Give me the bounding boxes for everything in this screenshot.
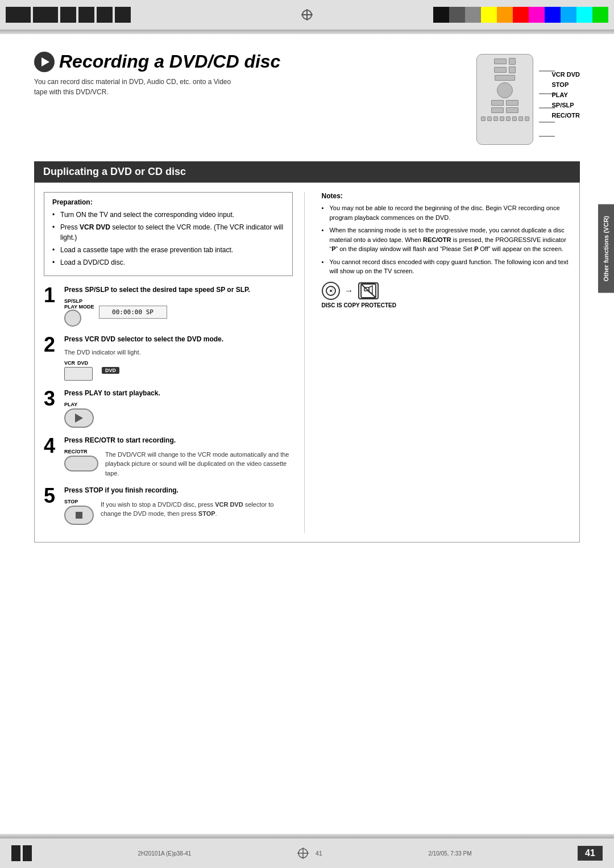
step-4-inner: REC/OTR The DVD/VCR will change to the V… (64, 449, 293, 478)
remote-btn-g (491, 107, 504, 113)
step-2-illustration: VCR DVD DVD (64, 360, 293, 381)
prep-item-3: Load a cassette tape with the erase prev… (52, 245, 284, 255)
prep-item-1: Turn ON the TV and select the correspond… (52, 210, 284, 220)
black-sq-5 (97, 7, 113, 23)
black-sq-6 (115, 7, 131, 23)
step-3-illustration: PLAY (64, 402, 293, 428)
step-5-desc: If you wish to stop a DVD/CD disc, press… (101, 500, 293, 519)
remote-btn-b (509, 58, 516, 65)
footer-crosshair-svg (297, 848, 309, 859)
stop-label: STOP (64, 499, 78, 504)
left-column: Preparation: Turn ON the TV and select t… (44, 192, 305, 533)
black-sq-3 (60, 7, 76, 23)
rec-label: REC/OTR (64, 449, 88, 454)
step-1-number: 1 (44, 285, 57, 306)
black-sq-2 (33, 7, 58, 23)
header-left-blocks (0, 0, 193, 30)
vcr-label: VCR (64, 360, 75, 366)
step-3-number: 3 (44, 389, 57, 409)
page-title: Recording a DVD/CD disc (34, 51, 466, 72)
counter-display: 00:00:00 SP (99, 306, 167, 319)
remote-row-6 (491, 107, 518, 113)
copy-protected-area: → DISC IS COPY PROTECTED (322, 282, 571, 308)
page-number-box: 41 (578, 846, 603, 861)
remote-btn-e (491, 100, 504, 106)
step-4-illustration: REC/OTR (64, 449, 98, 471)
color-sq-blue (545, 7, 561, 23)
black-sq-4 (78, 7, 94, 23)
page-subtitle: You can record disc material in DVD, Aud… (34, 77, 239, 97)
sidebar-tab-text: Other functions (VCR) (603, 216, 609, 282)
dot-1 (481, 116, 486, 121)
step-2-desc: The DVD indicator will light. (64, 348, 293, 357)
right-column: Notes: You may not be able to record the… (316, 192, 571, 533)
step-2: 2 Press VCR DVD selector to select the D… (44, 335, 293, 381)
remote-arrows (539, 57, 546, 148)
footer-sq-1 (11, 845, 20, 861)
section-header: Duplicating a DVD or CD disc (34, 161, 580, 182)
stop-button-oval (64, 506, 94, 525)
no-copy-svg (360, 283, 377, 299)
step-4-desc: The DVD/VCR will change to the VCR mode … (105, 450, 293, 478)
footer-gradient-line (0, 834, 614, 838)
step-3-content: Press PLAY to start playback. PLAY (64, 389, 293, 428)
step-1-content: Press SP/SLP to select the desired tape … (64, 285, 293, 327)
play-label: PLAY (64, 402, 77, 407)
preparation-box: Preparation: Turn ON the TV and select t… (44, 192, 293, 276)
crosshair-circle (302, 10, 312, 20)
svg-point-6 (330, 290, 332, 292)
step-5-title: Press STOP if you finish recording. (64, 486, 293, 495)
copy-icons-row: → (322, 282, 379, 300)
dot-4 (500, 116, 504, 121)
color-squares-group (433, 7, 608, 23)
step-2-content: Press VCR DVD selector to select the DVD… (64, 335, 293, 381)
spslp-label-top: SP/SLP (64, 298, 94, 304)
footer-color-bar: 2H20101A (E)p38-41 41 2/10/05, 7:33 PM 4… (0, 838, 614, 868)
instruction-inner: Preparation: Turn ON the TV and select t… (35, 183, 579, 542)
color-sq-lgray (465, 7, 481, 23)
dot-3 (493, 116, 498, 121)
dot-7 (518, 116, 523, 121)
note-item-1: You may not be able to record the beginn… (322, 203, 571, 222)
remote-btn-c (494, 67, 507, 73)
dot-8 (525, 116, 529, 121)
step-4-title: Press REC/OTR to start recording. (64, 436, 293, 445)
dot-6 (512, 116, 517, 121)
step-5: 5 Press STOP if you finish recording. ST… (44, 486, 293, 525)
step-3: 3 Press PLAY to start playback. PLAY (44, 389, 293, 428)
play-triangle-icon (75, 414, 83, 423)
sidebar-tab: Other functions (VCR) (598, 205, 614, 293)
spslp-label-group: SP/SLP PLAY MODE (64, 298, 94, 327)
color-sq-ltblue (561, 7, 576, 23)
footer-sq-2 (23, 845, 32, 861)
preparation-title: Preparation: (52, 198, 284, 206)
color-sq-red (513, 7, 529, 23)
disc-svg (325, 285, 337, 297)
remote-btn-d (509, 66, 516, 73)
remote-btn-circle (497, 82, 513, 98)
color-sq-orange (497, 7, 513, 23)
step-1-illustration: SP/SLP PLAY MODE 00:00:00 SP (64, 298, 293, 327)
header-gradient-line (0, 30, 614, 34)
copy-protected-label: DISC IS COPY PROTECTED (322, 302, 397, 308)
step-2-number: 2 (44, 335, 57, 355)
spslp-button (64, 310, 81, 327)
remote-row-2 (494, 66, 516, 73)
footer-center-area: 41 (297, 848, 322, 859)
play-button-oval (64, 408, 94, 428)
color-sq-yellow (481, 7, 497, 23)
notes-list: You may not be able to record the beginn… (322, 203, 571, 276)
footer-right-text: 2/10/05, 7:33 PM (428, 850, 471, 857)
footer-black-squares (11, 845, 32, 861)
remote-row-3 (495, 75, 515, 81)
rec-button-oval (64, 456, 98, 471)
main-content: Recording a DVD/CD disc You can record d… (0, 34, 614, 577)
remote-dot-grid (481, 116, 529, 121)
step-4-content: Press REC/OTR to start recording. REC/OT… (64, 436, 293, 478)
footer-left-text: 2H20101A (E)p38-41 (138, 850, 191, 857)
remote-row-1 (494, 58, 516, 65)
step-2-title: Press VCR DVD selector to select the DVD… (64, 335, 293, 344)
color-sq-magenta (529, 7, 545, 23)
dvd-badge: DVD (102, 367, 119, 374)
remote-btn-long-1 (495, 75, 515, 81)
